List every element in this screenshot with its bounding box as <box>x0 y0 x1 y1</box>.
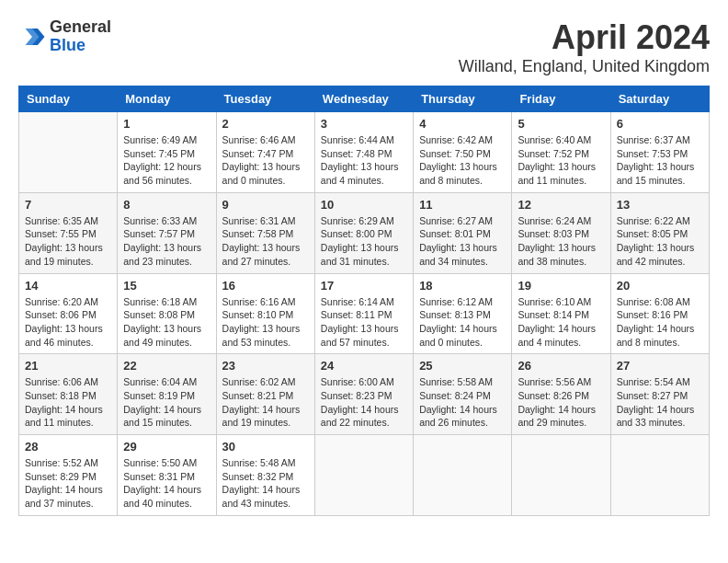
day-info: Sunrise: 6:04 AMSunset: 8:19 PMDaylight:… <box>123 375 210 430</box>
calendar-header-row: SundayMondayTuesdayWednesdayThursdayFrid… <box>19 86 710 112</box>
calendar-day-header: Thursday <box>414 86 512 112</box>
calendar-cell <box>414 435 512 516</box>
calendar-cell: 16Sunrise: 6:16 AMSunset: 8:10 PMDayligh… <box>216 273 314 354</box>
day-number: 11 <box>419 198 506 212</box>
day-number: 15 <box>123 279 210 293</box>
calendar-cell: 27Sunrise: 5:54 AMSunset: 8:27 PMDayligh… <box>610 354 709 435</box>
day-info: Sunrise: 6:14 AMSunset: 8:11 PMDaylight:… <box>321 295 407 350</box>
day-info: Sunrise: 6:33 AMSunset: 7:57 PMDaylight:… <box>123 214 210 269</box>
day-number: 18 <box>419 279 506 293</box>
day-info: Sunrise: 6:22 AMSunset: 8:05 PMDaylight:… <box>617 214 703 269</box>
calendar-cell: 23Sunrise: 6:02 AMSunset: 8:21 PMDayligh… <box>216 354 314 435</box>
day-info: Sunrise: 6:37 AMSunset: 7:53 PMDaylight:… <box>617 133 703 188</box>
day-number: 5 <box>518 117 604 131</box>
day-info: Sunrise: 6:35 AMSunset: 7:55 PMDaylight:… <box>25 214 111 269</box>
calendar-cell: 7Sunrise: 6:35 AMSunset: 7:55 PMDaylight… <box>19 192 118 273</box>
day-info: Sunrise: 6:08 AMSunset: 8:16 PMDaylight:… <box>617 295 703 350</box>
calendar-cell: 24Sunrise: 6:00 AMSunset: 8:23 PMDayligh… <box>314 354 413 435</box>
day-number: 13 <box>617 198 703 212</box>
day-info: Sunrise: 6:44 AMSunset: 7:48 PMDaylight:… <box>321 133 407 188</box>
day-number: 12 <box>518 198 604 212</box>
day-number: 26 <box>518 359 604 373</box>
calendar-cell <box>610 435 709 516</box>
day-info: Sunrise: 6:40 AMSunset: 7:52 PMDaylight:… <box>518 133 604 188</box>
day-number: 4 <box>419 117 506 131</box>
title-section: April 2024 Willand, England, United King… <box>459 18 710 76</box>
day-info: Sunrise: 6:18 AMSunset: 8:08 PMDaylight:… <box>123 295 210 350</box>
day-number: 9 <box>222 198 309 212</box>
day-number: 29 <box>123 440 210 454</box>
day-number: 23 <box>222 359 309 373</box>
calendar-cell: 28Sunrise: 5:52 AMSunset: 8:29 PMDayligh… <box>19 435 118 516</box>
day-number: 20 <box>617 279 703 293</box>
calendar-cell: 2Sunrise: 6:46 AMSunset: 7:47 PMDaylight… <box>216 112 314 193</box>
logo-blue-text: Blue <box>50 37 111 55</box>
calendar-cell: 29Sunrise: 5:50 AMSunset: 8:31 PMDayligh… <box>118 435 216 516</box>
calendar-cell <box>19 112 118 193</box>
day-number: 30 <box>222 440 309 454</box>
logo-general-text: General <box>50 18 111 37</box>
day-info: Sunrise: 6:16 AMSunset: 8:10 PMDaylight:… <box>222 295 309 350</box>
day-info: Sunrise: 6:10 AMSunset: 8:14 PMDaylight:… <box>518 295 604 350</box>
day-info: Sunrise: 6:29 AMSunset: 8:00 PMDaylight:… <box>321 214 407 269</box>
day-number: 28 <box>25 440 111 454</box>
calendar-day-header: Wednesday <box>314 86 413 112</box>
day-number: 27 <box>617 359 703 373</box>
calendar-cell: 30Sunrise: 5:48 AMSunset: 8:32 PMDayligh… <box>216 435 314 516</box>
day-info: Sunrise: 5:50 AMSunset: 8:31 PMDaylight:… <box>123 456 210 511</box>
calendar-week-row: 28Sunrise: 5:52 AMSunset: 8:29 PMDayligh… <box>19 435 710 516</box>
day-info: Sunrise: 6:20 AMSunset: 8:06 PMDaylight:… <box>25 295 111 350</box>
day-number: 2 <box>222 117 309 131</box>
calendar-week-row: 1Sunrise: 6:49 AMSunset: 7:45 PMDaylight… <box>19 112 710 193</box>
calendar-day-header: Tuesday <box>216 86 314 112</box>
calendar-week-row: 14Sunrise: 6:20 AMSunset: 8:06 PMDayligh… <box>19 273 710 354</box>
calendar-cell: 13Sunrise: 6:22 AMSunset: 8:05 PMDayligh… <box>610 192 709 273</box>
day-number: 1 <box>123 117 210 131</box>
calendar-cell <box>314 435 413 516</box>
header: General Blue April 2024 Willand, England… <box>18 18 710 76</box>
calendar-cell: 14Sunrise: 6:20 AMSunset: 8:06 PMDayligh… <box>19 273 118 354</box>
logo: General Blue <box>18 18 111 55</box>
calendar-week-row: 7Sunrise: 6:35 AMSunset: 7:55 PMDaylight… <box>19 192 710 273</box>
calendar-cell: 20Sunrise: 6:08 AMSunset: 8:16 PMDayligh… <box>610 273 709 354</box>
day-number: 10 <box>321 198 407 212</box>
day-info: Sunrise: 5:52 AMSunset: 8:29 PMDaylight:… <box>25 456 111 511</box>
main-title: April 2024 <box>459 18 710 57</box>
calendar-cell: 26Sunrise: 5:56 AMSunset: 8:26 PMDayligh… <box>512 354 610 435</box>
calendar-cell: 1Sunrise: 6:49 AMSunset: 7:45 PMDaylight… <box>118 112 216 193</box>
calendar-week-row: 21Sunrise: 6:06 AMSunset: 8:18 PMDayligh… <box>19 354 710 435</box>
calendar-cell: 4Sunrise: 6:42 AMSunset: 7:50 PMDaylight… <box>414 112 512 193</box>
day-info: Sunrise: 6:02 AMSunset: 8:21 PMDaylight:… <box>222 375 309 430</box>
calendar-day-header: Friday <box>512 86 610 112</box>
day-number: 25 <box>419 359 506 373</box>
calendar-cell: 6Sunrise: 6:37 AMSunset: 7:53 PMDaylight… <box>610 112 709 193</box>
subtitle: Willand, England, United Kingdom <box>459 57 710 76</box>
calendar-cell <box>512 435 610 516</box>
day-number: 24 <box>321 359 407 373</box>
calendar-cell: 3Sunrise: 6:44 AMSunset: 7:48 PMDaylight… <box>314 112 413 193</box>
calendar-cell: 5Sunrise: 6:40 AMSunset: 7:52 PMDaylight… <box>512 112 610 193</box>
day-number: 19 <box>518 279 604 293</box>
day-number: 14 <box>25 279 111 293</box>
calendar-day-header: Monday <box>118 86 216 112</box>
day-info: Sunrise: 6:42 AMSunset: 7:50 PMDaylight:… <box>419 133 506 188</box>
day-info: Sunrise: 6:46 AMSunset: 7:47 PMDaylight:… <box>222 133 309 188</box>
calendar-day-header: Saturday <box>610 86 709 112</box>
day-number: 6 <box>617 117 703 131</box>
calendar-cell: 22Sunrise: 6:04 AMSunset: 8:19 PMDayligh… <box>118 354 216 435</box>
calendar-cell: 8Sunrise: 6:33 AMSunset: 7:57 PMDaylight… <box>118 192 216 273</box>
calendar-day-header: Sunday <box>19 86 118 112</box>
calendar-cell: 12Sunrise: 6:24 AMSunset: 8:03 PMDayligh… <box>512 192 610 273</box>
logo-icon <box>18 23 46 51</box>
day-info: Sunrise: 5:48 AMSunset: 8:32 PMDaylight:… <box>222 456 309 511</box>
day-number: 22 <box>123 359 210 373</box>
calendar-cell: 19Sunrise: 6:10 AMSunset: 8:14 PMDayligh… <box>512 273 610 354</box>
day-number: 21 <box>25 359 111 373</box>
calendar-cell: 18Sunrise: 6:12 AMSunset: 8:13 PMDayligh… <box>414 273 512 354</box>
day-info: Sunrise: 6:31 AMSunset: 7:58 PMDaylight:… <box>222 214 309 269</box>
calendar-cell: 15Sunrise: 6:18 AMSunset: 8:08 PMDayligh… <box>118 273 216 354</box>
calendar-cell: 25Sunrise: 5:58 AMSunset: 8:24 PMDayligh… <box>414 354 512 435</box>
logo-text: General Blue <box>50 18 111 55</box>
day-number: 7 <box>25 198 111 212</box>
day-info: Sunrise: 6:12 AMSunset: 8:13 PMDaylight:… <box>419 295 506 350</box>
